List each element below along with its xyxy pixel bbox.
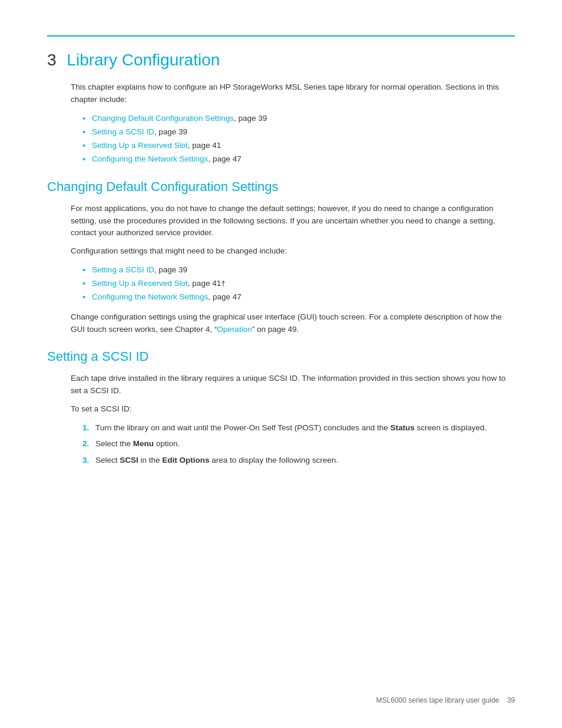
list-item: Setting a SCSI ID, page 39 [82, 263, 515, 277]
list-item: Setting a SCSI ID, page 39 [82, 126, 515, 139]
step-num-1: 1. [82, 421, 89, 434]
page-footer: MSL6000 series tape library user guide 3… [376, 696, 515, 704]
step-3: 3. Select SCSI in the Edit Options area … [82, 454, 515, 467]
chapter-name: Library Configuration [67, 51, 220, 69]
section2-para2: To set a SCSI ID: [71, 403, 515, 416]
toc-list: Changing Default Configuration Settings,… [82, 112, 515, 166]
step-2: 2. Select the Menu option. [82, 437, 515, 450]
section2-title: Setting a SCSI ID [47, 349, 515, 364]
chapter-intro: This chapter explains how to configure a… [71, 81, 515, 166]
chapter-number: 3 [47, 51, 57, 69]
section2-steps: 1. Turn the library on and wait until th… [82, 421, 515, 467]
section2-para1: Each tape drive installed in the library… [71, 373, 515, 397]
section1-link-1[interactable]: Setting a SCSI ID [92, 265, 154, 274]
chapter-intro-text: This chapter explains how to configure a… [71, 81, 515, 106]
list-item: Changing Default Configuration Settings,… [82, 112, 515, 126]
step-num-3: 3. [82, 454, 89, 467]
footer-page: 39 [507, 696, 515, 704]
toc-link-2[interactable]: Setting a SCSI ID [92, 127, 154, 136]
toc-link-3[interactable]: Setting Up a Reserved Slot [92, 141, 188, 150]
list-item: Setting Up a Reserved Slot, page 41 [82, 139, 515, 153]
section1-body: For most applications, you do not have t… [71, 203, 515, 336]
step-num-2: 2. [82, 437, 89, 450]
list-item: Configuring the Network Settings, page 4… [82, 153, 515, 166]
section1-title: Changing Default Configuration Settings [47, 179, 515, 195]
chapter-title: 3 Library Configuration [47, 51, 515, 70]
list-item: Configuring the Network Settings, page 4… [82, 291, 515, 304]
operation-link[interactable]: Operation [217, 325, 252, 334]
section1-para2: Configuration settings that might need t… [71, 245, 515, 258]
page: 3 Library Configuration This chapter exp… [0, 0, 562, 728]
section1-bullet-list: Setting a SCSI ID, page 39 Setting Up a … [82, 263, 515, 304]
list-item: Setting Up a Reserved Slot, page 41† [82, 277, 515, 291]
toc-link-1[interactable]: Changing Default Configuration Settings [92, 114, 234, 123]
footer-text: MSL6000 series tape library user guide [376, 696, 500, 704]
step-1: 1. Turn the library on and wait until th… [82, 421, 515, 434]
section1-para3: Change configuration settings using the … [71, 311, 515, 336]
section1-link-3[interactable]: Configuring the Network Settings [92, 292, 208, 301]
section1-para1: For most applications, you do not have t… [71, 203, 515, 240]
toc-link-4[interactable]: Configuring the Network Settings [92, 154, 208, 163]
section2-body: Each tape drive installed in the library… [71, 373, 515, 467]
top-rule [47, 35, 515, 37]
section1-link-2[interactable]: Setting Up a Reserved Slot [92, 279, 188, 288]
